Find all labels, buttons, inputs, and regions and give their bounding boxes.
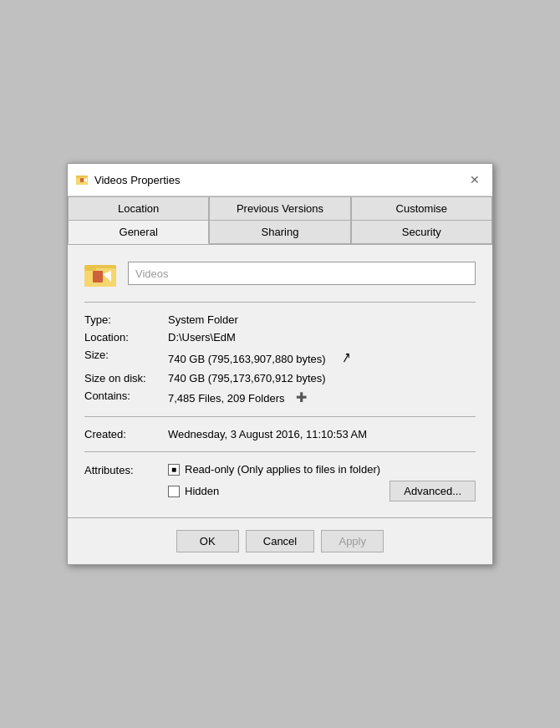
prop-type-value: System Folder (168, 311, 476, 328)
tab-location[interactable]: Location (68, 196, 209, 221)
divider-1 (84, 302, 476, 303)
content-area: Type: System Folder Location: D:\Users\E… (68, 245, 492, 517)
divider-2 (84, 416, 476, 417)
tabs-container: Location Previous Versions Customise Gen… (68, 196, 492, 245)
prop-size-disk-label: Size on disk: (84, 369, 168, 387)
svg-rect-8 (93, 271, 103, 283)
prop-location-label: Location: (84, 328, 168, 346)
readonly-row: Read-only (Only applies to files in fold… (168, 463, 476, 476)
svg-rect-3 (80, 178, 84, 182)
apply-button[interactable]: Apply (321, 530, 384, 552)
dialog-title: Videos Properties (94, 174, 180, 186)
table-row: Created: Wednesday, 3 August 2016, 11:10… (84, 425, 476, 443)
cursor-icon: ↖ (342, 348, 352, 367)
folder-row (84, 258, 476, 288)
divider-3 (84, 451, 476, 452)
created-value: Wednesday, 3 August 2016, 11:10:53 AM (168, 425, 476, 443)
prop-contains-label: Contains: (84, 387, 168, 408)
hidden-checkbox[interactable] (168, 486, 180, 497)
tab-sharing[interactable]: Sharing (209, 220, 350, 244)
folder-name-input[interactable] (128, 262, 476, 285)
ok-button[interactable]: OK (176, 530, 239, 552)
attributes-label: Attributes: (84, 461, 168, 504)
prop-contains-value: 7,485 Files, 209 Folders ✚ (168, 387, 476, 408)
svg-rect-2 (76, 176, 80, 178)
plus-icon: ✚ (296, 390, 307, 405)
table-row: Location: D:\Users\EdM (84, 328, 476, 346)
advanced-button[interactable]: Advanced... (389, 481, 476, 501)
videos-properties-dialog: Videos Properties ✕ Location Previous Ve… (67, 163, 493, 565)
tabs-row2: General Sharing Security (68, 220, 492, 243)
table-row: Size on disk: 740 GB (795,173,670,912 by… (84, 369, 476, 387)
table-row: Contains: 7,485 Files, 209 Folders ✚ (84, 387, 476, 408)
prop-size-label: Size: (84, 346, 168, 369)
tabs-row1: Location Previous Versions Customise (68, 196, 492, 220)
hidden-left: Hidden (168, 485, 219, 497)
tab-general[interactable]: General (68, 220, 209, 244)
prop-location-value: D:\Users\EdM (168, 328, 476, 346)
table-row: Attributes: Read-only (Only applies to f… (84, 461, 476, 504)
tab-security[interactable]: Security (351, 220, 492, 244)
prop-size-value: 740 GB (795,163,907,880 bytes) ↖ (168, 346, 476, 369)
created-label: Created: (84, 425, 168, 443)
attributes-table: Attributes: Read-only (Only applies to f… (84, 461, 476, 504)
svg-rect-7 (84, 265, 96, 271)
title-bar: Videos Properties ✕ (68, 164, 492, 196)
cancel-button[interactable]: Cancel (246, 530, 314, 552)
close-button[interactable]: ✕ (466, 171, 484, 189)
tab-customise[interactable]: Customise (351, 196, 492, 221)
prop-type-label: Type: (84, 311, 168, 328)
title-bar-left: Videos Properties (76, 173, 180, 186)
folder-large-icon (84, 258, 118, 288)
attributes-controls: Read-only (Only applies to files in fold… (168, 461, 476, 504)
dialog-footer: OK Cancel Apply (68, 517, 492, 564)
table-row: Size: 740 GB (795,163,907,880 bytes) ↖ (84, 346, 476, 369)
hidden-label: Hidden (185, 485, 219, 497)
table-row: Type: System Folder (84, 311, 476, 328)
title-folder-icon (76, 173, 89, 186)
prop-size-disk-value: 740 GB (795,173,670,912 bytes) (168, 369, 476, 387)
created-table: Created: Wednesday, 3 August 2016, 11:10… (84, 425, 476, 443)
hidden-advanced-row: Hidden Advanced... (168, 481, 476, 501)
tab-previous-versions[interactable]: Previous Versions (209, 196, 350, 221)
readonly-label: Read-only (Only applies to files in fold… (185, 463, 380, 476)
readonly-checkbox[interactable] (168, 464, 180, 476)
properties-table: Type: System Folder Location: D:\Users\E… (84, 311, 476, 408)
